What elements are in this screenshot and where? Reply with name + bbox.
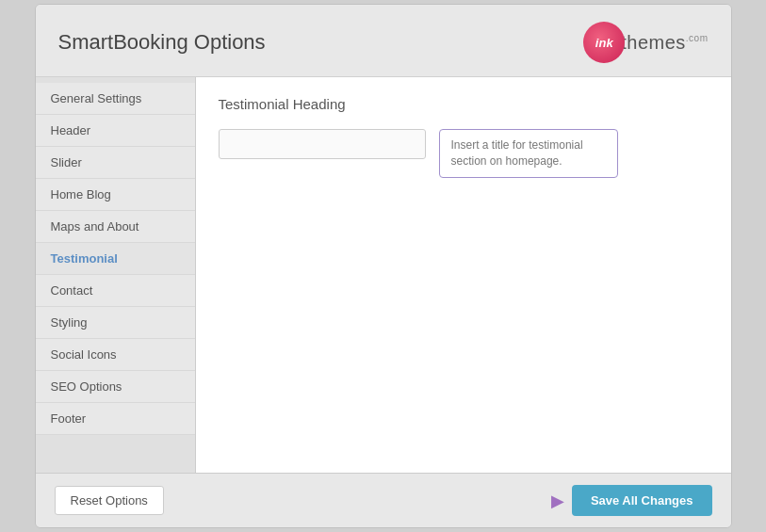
content-area: Testimonial Heading Insert a title for t… — [196, 77, 731, 473]
save-area: ▶ Save All Changes — [551, 485, 712, 516]
app-header: SmartBooking Options ink themes.com — [36, 5, 731, 77]
sidebar-item-header[interactable]: Header — [36, 115, 195, 147]
reset-button[interactable]: Reset Options — [55, 486, 164, 515]
sidebar-item-slider[interactable]: Slider — [36, 147, 195, 179]
save-button[interactable]: Save All Changes — [572, 485, 712, 516]
sidebar-item-contact[interactable]: Contact — [36, 275, 195, 307]
sidebar-item-testimonial[interactable]: Testimonial — [36, 243, 195, 275]
body-layout: General Settings Header Slider Home Blog… — [36, 77, 731, 473]
logo-icon: ink — [583, 22, 625, 63]
app-title: SmartBooking Options — [58, 30, 266, 55]
arrow-icon: ▶ — [551, 491, 564, 511]
footer-bar: Reset Options ▶ Save All Changes — [36, 473, 731, 527]
sidebar-item-maps-and-about[interactable]: Maps and About — [36, 211, 195, 243]
logo-ink: ink — [595, 36, 613, 50]
main-container: SmartBooking Options ink themes.com Gene… — [35, 4, 732, 528]
logo: ink themes.com — [583, 22, 708, 63]
tooltip-box: Insert a title for testimonial section o… — [439, 129, 618, 178]
sidebar-item-social-icons[interactable]: Social Icons — [36, 339, 195, 371]
sidebar-item-home-blog[interactable]: Home Blog — [36, 179, 195, 211]
sidebar-item-styling[interactable]: Styling — [36, 307, 195, 339]
sidebar: General Settings Header Slider Home Blog… — [36, 77, 196, 473]
sidebar-item-footer[interactable]: Footer — [36, 403, 195, 435]
sidebar-item-seo-options[interactable]: SEO Options — [36, 371, 195, 403]
sidebar-item-general-settings[interactable]: General Settings — [36, 83, 195, 115]
section-title: Testimonial Heading — [219, 96, 709, 112]
testimonial-heading-field-row: Insert a title for testimonial section o… — [219, 129, 709, 178]
testimonial-heading-input[interactable] — [219, 129, 426, 159]
logo-themes-text: themes.com — [621, 32, 708, 54]
